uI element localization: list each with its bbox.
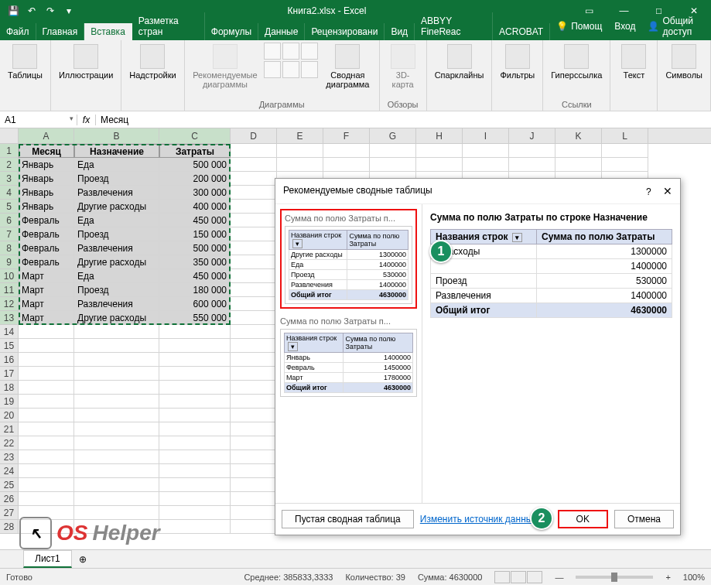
cell[interactable]	[159, 367, 231, 381]
column-header[interactable]: K	[555, 128, 602, 143]
cell[interactable]: Январь	[19, 158, 74, 172]
column-header[interactable]: G	[370, 128, 416, 143]
cell[interactable]	[231, 520, 277, 534]
cell[interactable]	[74, 492, 159, 506]
cell[interactable]: Февраль	[19, 241, 74, 255]
cell[interactable]	[74, 478, 159, 492]
cell[interactable]: Март	[19, 269, 74, 283]
tab-review[interactable]: Рецензировани	[305, 23, 385, 40]
cell[interactable]	[74, 367, 159, 381]
share-button[interactable]: 👤 Общий доступ	[641, 12, 711, 40]
tab-data[interactable]: Данные	[258, 23, 305, 40]
cell[interactable]	[159, 478, 231, 492]
blank-pivot-button[interactable]: Пустая сводная таблица	[282, 510, 414, 528]
cell[interactable]	[323, 158, 370, 172]
cell[interactable]	[231, 325, 277, 339]
cell[interactable]: Еда	[74, 158, 159, 172]
add-sheet-button[interactable]: ⊕	[75, 552, 91, 567]
cell[interactable]	[74, 436, 159, 450]
row-header[interactable]: 16	[0, 353, 19, 367]
row-header[interactable]: 10	[0, 269, 19, 283]
cell[interactable]	[231, 506, 277, 520]
cell[interactable]: 150 000	[159, 227, 231, 241]
cell[interactable]	[19, 381, 74, 395]
cell[interactable]	[19, 450, 74, 464]
row-header[interactable]: 21	[0, 422, 19, 436]
cell[interactable]	[159, 492, 231, 506]
chart-type-button[interactable]	[282, 61, 299, 78]
row-header[interactable]: 22	[0, 436, 19, 450]
cell[interactable]	[231, 367, 277, 381]
save-button[interactable]: 💾	[5, 2, 22, 19]
row-header[interactable]: 20	[0, 409, 19, 422]
cell[interactable]	[159, 450, 231, 464]
cell[interactable]: Март	[19, 297, 74, 311]
cell[interactable]: Февраль	[19, 255, 74, 269]
dialog-close-button[interactable]: ✕	[663, 185, 672, 197]
row-header[interactable]: 23	[0, 450, 19, 464]
column-header[interactable]: E	[277, 128, 323, 143]
cell[interactable]	[370, 144, 416, 158]
cell[interactable]: Март	[19, 311, 74, 325]
view-layout-button[interactable]	[511, 571, 526, 583]
row-header[interactable]: 28	[0, 520, 19, 534]
row-header[interactable]: 27	[0, 506, 19, 520]
cell[interactable]	[231, 409, 277, 422]
tab-layout[interactable]: Разметка стран	[132, 12, 205, 40]
row-header[interactable]: 4	[0, 186, 19, 200]
zoom-in-button[interactable]: +	[665, 573, 670, 582]
tab-abbyy[interactable]: ABBYY FineReac	[415, 12, 493, 40]
cell[interactable]: Другие расходы	[74, 311, 159, 325]
cell[interactable]	[74, 464, 159, 478]
redo-button[interactable]: ↷	[42, 2, 59, 19]
cell[interactable]: Март	[19, 283, 74, 297]
cell[interactable]	[231, 297, 277, 311]
formula-input[interactable]: Месяц	[96, 115, 711, 125]
cell[interactable]	[19, 325, 74, 339]
signin-button[interactable]: Вход	[608, 12, 641, 40]
cell[interactable]: 300 000	[159, 186, 231, 200]
row-header[interactable]: 19	[0, 395, 19, 409]
preview-item-1[interactable]: Сумма по полю Затраты п... Названия стро…	[280, 209, 417, 309]
row-header[interactable]: 17	[0, 367, 19, 381]
column-header[interactable]: I	[463, 128, 509, 143]
row-header[interactable]: 24	[0, 464, 19, 478]
cell[interactable]	[231, 450, 277, 464]
row-header[interactable]: 18	[0, 381, 19, 395]
row-header[interactable]: 8	[0, 241, 19, 255]
cell[interactable]	[231, 269, 277, 283]
cell[interactable]	[159, 409, 231, 422]
view-pagebreak-button[interactable]	[527, 571, 542, 583]
cell[interactable]: 350 000	[159, 255, 231, 269]
zoom-slider[interactable]	[576, 576, 653, 579]
cell[interactable]: Еда	[74, 269, 159, 283]
undo-button[interactable]: ↶	[23, 2, 40, 19]
cell[interactable]: Развлечения	[74, 297, 159, 311]
column-header[interactable]: J	[509, 128, 555, 143]
sheet-tab-1[interactable]: Лист1	[23, 550, 72, 568]
cell[interactable]: 180 000	[159, 283, 231, 297]
column-header[interactable]: A	[19, 128, 74, 143]
cell[interactable]	[231, 200, 277, 214]
row-header[interactable]: 1	[0, 144, 19, 158]
column-header[interactable]: B	[74, 128, 159, 143]
cell[interactable]: Затраты	[159, 144, 231, 158]
cell[interactable]	[231, 339, 277, 353]
cell[interactable]	[19, 436, 74, 450]
cell[interactable]	[74, 339, 159, 353]
cell[interactable]	[555, 144, 602, 158]
cell[interactable]	[159, 520, 231, 534]
cell[interactable]	[555, 158, 602, 172]
column-header[interactable]: H	[416, 128, 463, 143]
recommended-charts-button[interactable]: Рекомендуемые диаграммы	[190, 43, 261, 91]
cell[interactable]: Январь	[19, 186, 74, 200]
cell[interactable]	[159, 339, 231, 353]
row-header[interactable]: 25	[0, 478, 19, 492]
cell[interactable]	[19, 478, 74, 492]
cell[interactable]: 600 000	[159, 297, 231, 311]
cell[interactable]	[19, 409, 74, 422]
cell[interactable]	[231, 422, 277, 436]
cell[interactable]	[74, 325, 159, 339]
cell[interactable]: Январь	[19, 200, 74, 214]
sparklines-button[interactable]: Спарклайны	[432, 43, 487, 81]
